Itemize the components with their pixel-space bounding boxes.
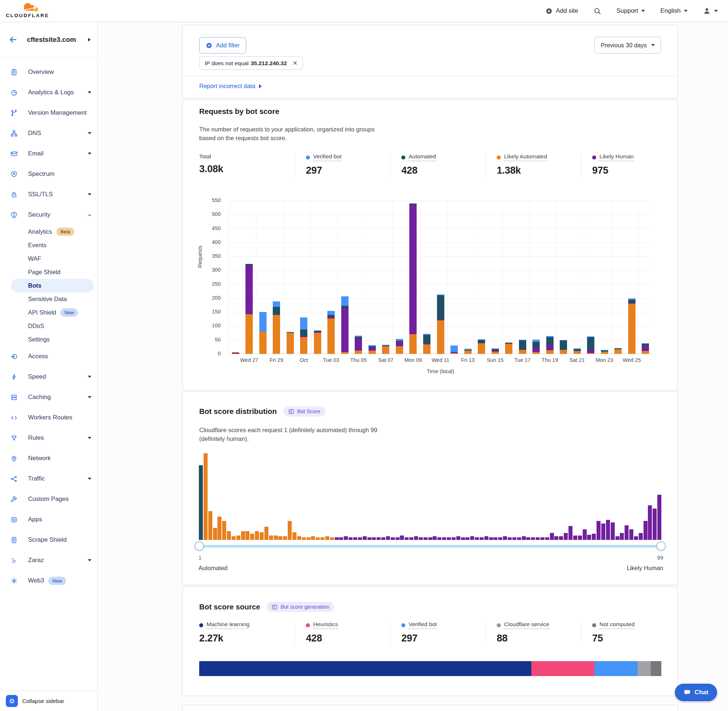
sidebar-item-network[interactable]: Network xyxy=(0,448,97,469)
y-tick-label: 100 xyxy=(212,323,221,328)
sidebar-item-settings[interactable]: Settings xyxy=(0,333,97,346)
sidebar-item-bots[interactable]: Bots xyxy=(11,279,94,292)
add-filter-button[interactable]: Add filter xyxy=(199,37,246,53)
sidebar-item-web3[interactable]: Web3New xyxy=(0,571,97,591)
bar-11[interactable] xyxy=(382,345,389,354)
bar-20[interactable] xyxy=(505,342,512,354)
collapse-sidebar-button[interactable]: ⚙ Collapse sidebar xyxy=(0,690,97,711)
bar-15[interactable] xyxy=(437,295,444,354)
sidebar-item-workers-routes[interactable]: Workers Routes xyxy=(0,407,97,428)
add-site-button[interactable]: Add site xyxy=(546,7,578,15)
sidebar-item-events[interactable]: Events xyxy=(0,239,97,252)
bar-10[interactable] xyxy=(369,345,376,354)
filter-chip[interactable]: IP does not equal 35.212.240.32 ✕ xyxy=(199,56,303,70)
bar-30[interactable] xyxy=(642,343,649,354)
sidebar-item-custom-pages[interactable]: Custom Pages xyxy=(0,489,97,509)
bar-6[interactable] xyxy=(314,330,321,354)
bar-12[interactable] xyxy=(396,339,403,354)
bar-23[interactable] xyxy=(546,336,554,354)
chat-button[interactable]: Chat xyxy=(675,684,717,701)
site-name[interactable]: cftestsite3.com xyxy=(27,36,79,44)
sidebar-item-analytics-logs[interactable]: Analytics & Logs xyxy=(0,82,97,103)
bar-18[interactable] xyxy=(478,339,485,354)
sidebar-item-page-shield[interactable]: Page Shield xyxy=(0,266,97,279)
bar-1[interactable] xyxy=(245,264,253,354)
sidebar-item-security[interactable]: Security xyxy=(0,205,97,225)
sidebar-item-apps[interactable]: Apps xyxy=(0,509,97,530)
sidebar-item-version-management[interactable]: Version Management xyxy=(0,103,97,123)
hist-bar-score-1 xyxy=(199,465,203,540)
bar-13[interactable] xyxy=(409,204,416,354)
bar-9[interactable] xyxy=(355,336,362,354)
bar-4[interactable] xyxy=(286,332,294,354)
bar-0[interactable] xyxy=(232,353,239,354)
chevron-down-icon[interactable] xyxy=(88,478,92,480)
requests-stacked-bar-chart[interactable] xyxy=(229,201,652,354)
back-arrow-icon[interactable] xyxy=(9,35,18,44)
bot-score-histogram[interactable] xyxy=(199,453,662,540)
sidebar-item-overview[interactable]: Overview xyxy=(0,62,97,82)
divider xyxy=(182,76,677,77)
support-menu[interactable]: Support xyxy=(617,7,645,15)
bar-17[interactable] xyxy=(464,349,472,354)
sidebar-item-api-shield[interactable]: API ShieldNew xyxy=(0,306,97,319)
slider-handle-max[interactable] xyxy=(656,541,666,551)
bar-5[interactable] xyxy=(300,317,307,354)
sidebar-item-access[interactable]: Access xyxy=(0,346,97,367)
bar-19[interactable] xyxy=(492,348,499,354)
sidebar-item-dns[interactable]: DNS xyxy=(0,123,97,143)
cloudflare-logo[interactable]: CLOUDFLARE xyxy=(6,1,47,18)
bot-score-badge[interactable]: Bot Score xyxy=(284,406,326,416)
search-icon[interactable] xyxy=(594,7,601,15)
bar-8[interactable] xyxy=(341,296,348,354)
sidebar-item-sensitive-data[interactable]: Sensitive Data xyxy=(0,292,97,306)
time-range-select[interactable]: Previous 30 days xyxy=(594,37,661,53)
chevron-down-icon[interactable] xyxy=(88,152,92,155)
bar-25[interactable] xyxy=(574,348,581,354)
report-incorrect-data-link[interactable]: Report incorrect data xyxy=(199,83,262,90)
bar-21[interactable] xyxy=(519,340,526,354)
chevron-right-icon[interactable] xyxy=(88,38,91,41)
slider-handle-min[interactable] xyxy=(195,541,204,551)
gear-icon[interactable]: ⚙ xyxy=(6,695,18,707)
chevron-down-icon[interactable] xyxy=(88,132,92,134)
bar-14[interactable] xyxy=(423,334,430,354)
score-range-slider[interactable] xyxy=(199,545,661,547)
hist-bar-score-71 xyxy=(526,537,530,540)
sidebar-item-rules[interactable]: Rules xyxy=(0,428,97,448)
bar-16[interactable] xyxy=(450,345,458,354)
chevron-down-icon[interactable] xyxy=(88,437,92,439)
bar-7[interactable] xyxy=(328,311,335,354)
bar-26[interactable] xyxy=(587,336,594,354)
chevron-down-icon[interactable] xyxy=(88,559,92,561)
sidebar-item-ddos[interactable]: DDoS xyxy=(0,319,97,333)
bar-27[interactable] xyxy=(601,350,608,354)
bar-24[interactable] xyxy=(560,340,567,354)
bar-3[interactable] xyxy=(273,301,280,354)
sidebar-item-caching[interactable]: Caching xyxy=(0,387,97,407)
sidebar-item-spectrum[interactable]: Spectrum xyxy=(0,164,97,184)
sidebar-item-speed[interactable]: Speed xyxy=(0,367,97,387)
hist-bar-score-68 xyxy=(512,537,517,540)
chevron-down-icon[interactable] xyxy=(88,91,92,94)
sidebar-item-traffic[interactable]: Traffic xyxy=(0,469,97,489)
sidebar-item-ssl-tls[interactable]: SSL/TLS xyxy=(0,184,97,205)
language-menu[interactable]: English xyxy=(660,7,688,15)
chevron-down-icon[interactable] xyxy=(88,396,92,398)
sidebar-item-waf[interactable]: WAF xyxy=(0,252,97,266)
chevron-up-icon[interactable] xyxy=(88,214,92,216)
bot-score-generation-badge[interactable]: Bot score generation xyxy=(267,602,334,612)
chevron-down-icon[interactable] xyxy=(88,376,92,378)
bar-22[interactable] xyxy=(532,340,540,354)
sidebar-item-email[interactable]: Email xyxy=(0,143,97,164)
chevron-down-icon[interactable] xyxy=(88,193,92,196)
account-menu[interactable] xyxy=(703,7,718,15)
bar-2[interactable] xyxy=(259,312,267,354)
bar-28[interactable] xyxy=(614,348,622,354)
sidebar-item-security-analytics[interactable]: AnalyticsBeta xyxy=(0,225,97,239)
bar-29[interactable] xyxy=(628,298,635,354)
sidebar-item-zaraz[interactable]: Zaraz xyxy=(0,550,97,571)
requests-by-bot-score-card: Requests by bot score The number of requ… xyxy=(182,99,678,390)
close-icon[interactable]: ✕ xyxy=(293,60,298,66)
sidebar-item-scrape-shield[interactable]: Scrape Shield xyxy=(0,530,97,550)
